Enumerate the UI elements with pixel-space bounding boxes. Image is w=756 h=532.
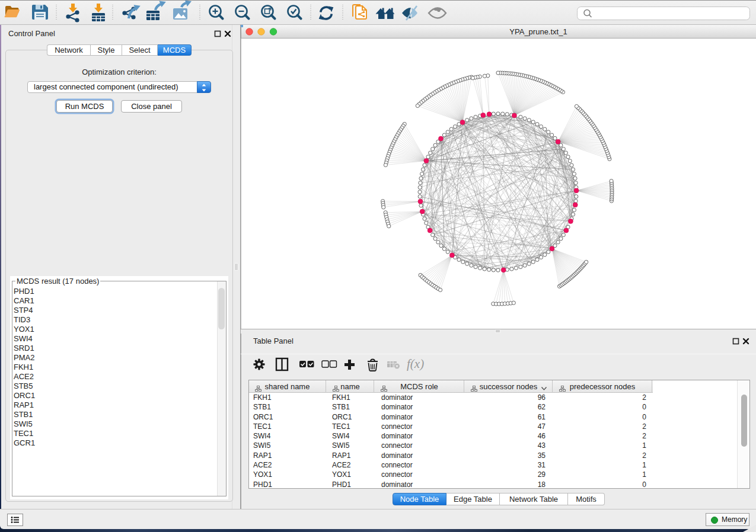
svg-text:f(x): f(x) [407, 357, 424, 371]
